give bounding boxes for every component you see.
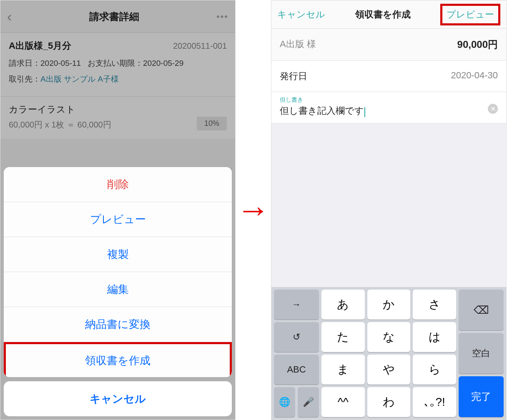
preview-button-highlight: プレビュー (440, 4, 500, 25)
issue-date-row[interactable]: 発行日 2020-04-30 (271, 61, 506, 92)
key-ya[interactable]: や (367, 355, 411, 385)
key-globe[interactable]: 🌐 (274, 387, 295, 417)
receipt-summary: A出版 様 90,000円 (271, 29, 506, 61)
key-wa[interactable]: わ (367, 387, 411, 417)
sheet-preview[interactable]: プレビュー (4, 202, 232, 237)
key-undo[interactable]: ↺ (274, 322, 319, 352)
key-space[interactable]: 空白 (459, 333, 504, 374)
key-backspace[interactable]: ⌫ (459, 290, 504, 330)
key-sa[interactable]: さ (413, 290, 456, 320)
preview-button[interactable]: プレビュー (447, 9, 494, 20)
key-ra[interactable]: ら (413, 355, 456, 385)
key-ha[interactable]: は (413, 322, 456, 352)
key-ka[interactable]: か (367, 290, 411, 320)
key-ma[interactable]: ま (321, 355, 365, 385)
cancel-button[interactable]: キャンセル (277, 8, 325, 21)
key-ta[interactable]: た (321, 322, 365, 352)
action-sheet: 削除 プレビュー 複製 編集 納品書に変換 領収書を作成 キャンセル (4, 167, 232, 416)
memo-input[interactable]: 但し書き記入欄です (280, 105, 364, 116)
sheet-edit[interactable]: 編集 (4, 272, 232, 307)
left-screen: ‹ 請求書詳細 ••• A出版様_5月分 20200511-001 請求日：20… (0, 0, 236, 420)
clear-icon[interactable]: ✕ (488, 104, 498, 114)
sheet-duplicate[interactable]: 複製 (4, 237, 232, 272)
key-na[interactable]: な (367, 322, 411, 352)
key-punct[interactable]: ､｡?! (413, 387, 456, 417)
key-abc[interactable]: ABC (274, 355, 319, 385)
key-done[interactable]: 完了 (459, 376, 504, 417)
key-mic[interactable]: 🎤 (298, 387, 319, 417)
key-tab[interactable]: → (274, 290, 319, 320)
sheet-convert[interactable]: 納品書に変換 (4, 307, 232, 342)
backspace-icon: ⌫ (474, 304, 489, 317)
sheet-create-receipt[interactable]: 領収書を作成 (4, 342, 232, 377)
key-a[interactable]: あ (321, 290, 365, 320)
right-title: 領収書を作成 (355, 8, 411, 21)
sheet-cancel[interactable]: キャンセル (4, 381, 232, 416)
issue-date-label: 発行日 (280, 70, 307, 82)
keyboard: → ↺ ABC 🌐 🎤 あ か さ た (271, 287, 506, 420)
text-cursor (364, 107, 365, 117)
right-header: キャンセル 領収書を作成 プレビュー (271, 0, 506, 29)
right-screen: キャンセル 領収書を作成 プレビュー A出版 様 90,000円 発行日 202… (271, 0, 507, 420)
recipient-name: A出版 様 (280, 38, 316, 51)
memo-label: 但し書き (280, 96, 498, 104)
memo-row[interactable]: 但し書き 但し書き記入欄です ✕ (271, 92, 506, 123)
receipt-amount: 90,000円 (457, 38, 498, 51)
sheet-delete[interactable]: 削除 (4, 167, 232, 202)
arrow-icon: → (237, 191, 270, 229)
arrow-gap: → (236, 0, 271, 420)
issue-date-value: 2020-04-30 (451, 70, 498, 82)
key-face[interactable]: ^^ (321, 387, 365, 417)
